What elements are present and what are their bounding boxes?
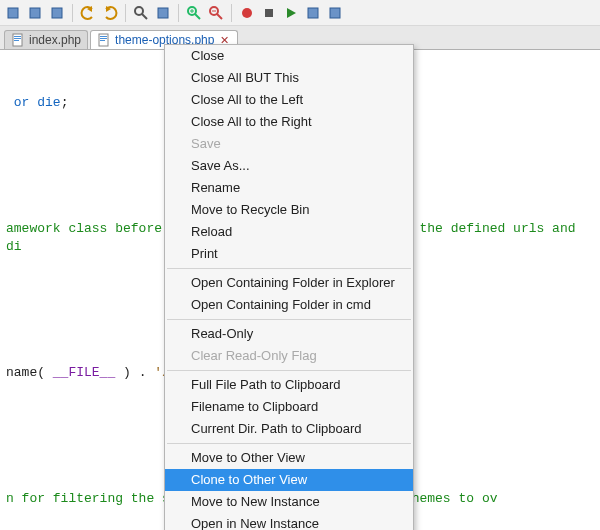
svg-rect-19	[14, 38, 21, 39]
menu-item-open-containing-folder-in-cmd[interactable]: Open Containing Folder in cmd	[165, 294, 413, 316]
svg-rect-15	[308, 8, 318, 18]
menu-item-close-all-but-this[interactable]: Close All BUT This	[165, 67, 413, 89]
menu-item-reload[interactable]: Reload	[165, 221, 413, 243]
menu-item-save-as[interactable]: Save As...	[165, 155, 413, 177]
zoom-out-icon[interactable]	[207, 4, 225, 22]
tab-context-menu: CloseClose All BUT ThisClose All to the …	[164, 44, 414, 530]
file-icon	[97, 33, 111, 47]
undo-icon[interactable]	[79, 4, 97, 22]
svg-line-11	[217, 14, 222, 19]
menu-item-move-to-other-view[interactable]: Move to Other View	[165, 447, 413, 469]
menu-item-clear-read-only-flag: Clear Read-Only Flag	[165, 345, 413, 367]
svg-line-4	[142, 14, 147, 19]
menu-item-print[interactable]: Print	[165, 243, 413, 265]
record-icon[interactable]	[238, 4, 256, 22]
svg-point-13	[242, 8, 252, 18]
fast-forward-icon[interactable]	[304, 4, 322, 22]
play-icon[interactable]	[282, 4, 300, 22]
svg-rect-5	[158, 8, 168, 18]
svg-rect-22	[100, 36, 107, 37]
menu-item-open-containing-folder-in-explorer[interactable]: Open Containing Folder in Explorer	[165, 272, 413, 294]
svg-point-3	[135, 7, 143, 15]
svg-rect-20	[14, 40, 19, 41]
svg-rect-18	[14, 36, 21, 37]
menu-item-rename[interactable]: Rename	[165, 177, 413, 199]
paste-icon[interactable]	[48, 4, 66, 22]
svg-rect-23	[100, 38, 107, 39]
svg-line-7	[195, 14, 200, 19]
svg-rect-1	[30, 8, 40, 18]
cut-icon[interactable]	[4, 4, 22, 22]
menu-item-save: Save	[165, 133, 413, 155]
menu-item-clone-to-other-view[interactable]: Clone to Other View	[165, 469, 413, 491]
zoom-in-icon[interactable]	[185, 4, 203, 22]
toolbar-separator	[125, 4, 126, 22]
find-icon[interactable]	[132, 4, 150, 22]
menu-item-close[interactable]: Close	[165, 45, 413, 67]
menu-item-move-to-recycle-bin[interactable]: Move to Recycle Bin	[165, 199, 413, 221]
toolbar	[0, 0, 600, 26]
menu-item-current-dir-path-to-clipboard[interactable]: Current Dir. Path to Clipboard	[165, 418, 413, 440]
svg-rect-2	[52, 8, 62, 18]
redo-icon[interactable]	[101, 4, 119, 22]
toolbar-separator	[231, 4, 232, 22]
tab-index-php[interactable]: index.php	[4, 30, 88, 49]
menu-separator	[167, 370, 411, 371]
menu-item-move-to-new-instance[interactable]: Move to New Instance	[165, 491, 413, 513]
menu-item-open-in-new-instance[interactable]: Open in New Instance	[165, 513, 413, 530]
menu-separator	[167, 443, 411, 444]
svg-rect-24	[100, 40, 105, 41]
menu-item-close-all-to-the-left[interactable]: Close All to the Left	[165, 89, 413, 111]
svg-rect-16	[330, 8, 340, 18]
toolbar-separator	[178, 4, 179, 22]
menu-item-filename-to-clipboard[interactable]: Filename to Clipboard	[165, 396, 413, 418]
save-macro-icon[interactable]	[326, 4, 344, 22]
copy-icon[interactable]	[26, 4, 44, 22]
file-icon	[11, 33, 25, 47]
menu-separator	[167, 268, 411, 269]
svg-rect-0	[8, 8, 18, 18]
menu-item-close-all-to-the-right[interactable]: Close All to the Right	[165, 111, 413, 133]
stop-record-icon[interactable]	[260, 4, 278, 22]
svg-rect-14	[265, 9, 273, 17]
menu-item-read-only[interactable]: Read-Only	[165, 323, 413, 345]
tab-label: index.php	[29, 33, 81, 47]
toolbar-separator	[72, 4, 73, 22]
menu-item-full-file-path-to-clipboard[interactable]: Full File Path to Clipboard	[165, 374, 413, 396]
replace-icon[interactable]	[154, 4, 172, 22]
menu-separator	[167, 319, 411, 320]
